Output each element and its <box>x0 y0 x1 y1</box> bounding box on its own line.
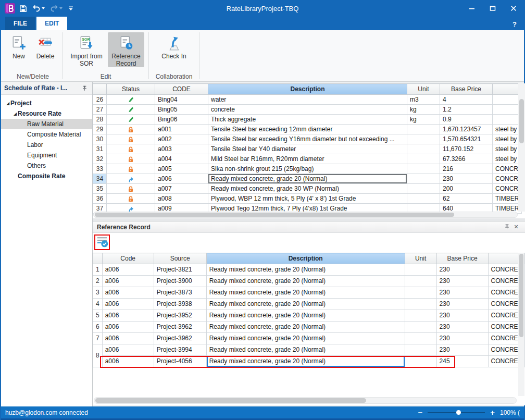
code-cell[interactable]: a006 <box>102 344 154 356</box>
sidebar-item-labor[interactable]: Labor <box>1 140 92 150</box>
zoom-slider-thumb[interactable] <box>456 410 461 415</box>
column-header-description[interactable]: Description <box>206 253 405 264</box>
row-number[interactable]: 7 <box>93 333 103 344</box>
sidebar-item-resource-rate[interactable]: ◢Resource Rate <box>1 108 92 119</box>
sidebar-item-raw-material[interactable]: Raw Material <box>1 119 92 129</box>
price-cell[interactable]: 62 <box>440 194 493 204</box>
column-header-unit[interactable]: Unit <box>405 253 436 264</box>
row-number[interactable]: 27 <box>93 105 107 115</box>
extra-cell[interactable]: CONCR <box>493 184 522 194</box>
source-cell[interactable]: Project-3900 <box>154 276 206 287</box>
unit-cell[interactable] <box>405 310 436 322</box>
row-number[interactable]: 3 <box>93 287 103 299</box>
table-row[interactable]: 6a006Project-3962Ready mixed concrete, g… <box>93 322 525 333</box>
status-cell[interactable] <box>107 115 155 125</box>
description-cell[interactable]: Plywood, WBP 12 mm thick, 5 Ply (4' x 8'… <box>208 194 407 204</box>
delete-button[interactable]: Delete <box>32 32 58 67</box>
description-cell[interactable]: Thick aggregate <box>208 115 407 125</box>
description-cell[interactable]: Ready mixed concrete, grade 20 (Normal) <box>206 322 405 333</box>
price-cell[interactable]: 200 <box>440 184 493 194</box>
column-header-blank[interactable] <box>493 84 522 95</box>
table-row[interactable]: 4a006Project-3938Ready mixed concrete, g… <box>93 299 525 310</box>
description-cell[interactable]: Tensile Steel bar exceeding Y16mm diamet… <box>208 134 407 144</box>
unit-cell[interactable] <box>407 144 440 154</box>
extra-cell[interactable]: steel by <box>493 144 522 154</box>
status-cell[interactable] <box>107 144 155 154</box>
main-table-horizontal-scrollbar[interactable] <box>93 212 518 218</box>
table-row[interactable]: 27Bing05concretekg1.2 <box>93 105 522 115</box>
column-header-code[interactable]: CODE <box>155 84 208 95</box>
row-number[interactable]: 26 <box>93 95 107 105</box>
row-number[interactable]: 1 <box>93 264 103 276</box>
row-number[interactable]: 34 <box>93 174 107 184</box>
sidebar-item-others[interactable]: Others <box>1 160 92 171</box>
reference-table-vertical-scrollbar[interactable] <box>518 253 524 396</box>
extra-cell[interactable] <box>493 115 522 125</box>
extra-cell[interactable]: TIMBER <box>493 194 522 204</box>
table-row[interactable]: 2a006Project-3900Ready mixed concrete, g… <box>93 276 525 287</box>
column-header-blank[interactable] <box>93 84 107 95</box>
price-cell[interactable]: 216 <box>440 164 493 174</box>
maximize-button[interactable] <box>482 2 503 15</box>
description-cell[interactable]: Mild Steel bar R16mm, R20mm diameter <box>208 154 407 164</box>
description-cell[interactable]: Ready mixed concrete, grade 20 (Normal) <box>206 299 405 310</box>
unit-cell[interactable]: kg <box>407 115 440 125</box>
table-row[interactable]: 8a006Project-3994Ready mixed concrete, g… <box>93 344 525 356</box>
table-row[interactable]: 34a006Ready mixed concrete, grade 20 (No… <box>93 174 522 184</box>
row-number[interactable]: 30 <box>93 134 107 144</box>
source-cell[interactable]: Project-3821 <box>154 264 206 276</box>
row-number[interactable]: 28 <box>93 115 107 125</box>
source-cell[interactable]: Project-3952 <box>154 310 206 322</box>
reference-record-button[interactable]: Reference Record <box>108 32 144 67</box>
unit-cell[interactable] <box>407 134 440 144</box>
row-number[interactable]: 35 <box>93 184 107 194</box>
code-cell[interactable]: a006 <box>102 356 154 367</box>
row-number[interactable]: 5 <box>93 310 103 322</box>
import-from-sor-button[interactable]: SOR Import from SOR <box>67 32 106 67</box>
redo-dropdown-icon[interactable] <box>59 7 63 9</box>
help-button[interactable]: ? <box>512 20 517 28</box>
sidebar-item-equipment[interactable]: Equipment <box>1 150 92 160</box>
table-row[interactable]: 3a006Project-3873Ready mixed concrete, g… <box>93 287 525 299</box>
reference-table-horizontal-scrollbar[interactable] <box>94 397 517 404</box>
unit-cell[interactable] <box>405 344 436 356</box>
price-cell[interactable]: 230 <box>436 333 488 344</box>
extra-cell[interactable]: CONCR <box>493 174 522 184</box>
description-cell[interactable]: concrete <box>208 105 407 115</box>
column-header-code[interactable]: Code <box>102 253 154 264</box>
close-button[interactable] <box>503 2 524 15</box>
undo-icon[interactable] <box>31 2 46 15</box>
column-header-source[interactable]: Source <box>154 253 206 264</box>
row-number[interactable]: 31 <box>93 144 107 154</box>
code-cell[interactable]: Bing05 <box>155 105 208 115</box>
column-header-description[interactable]: Description <box>208 84 407 95</box>
description-cell[interactable]: Ready mixed concrete, grade 20 (Normal) <box>206 333 405 344</box>
extra-cell[interactable]: steel by <box>493 125 522 134</box>
code-cell[interactable]: a006 <box>102 322 154 333</box>
unit-cell[interactable] <box>407 174 440 184</box>
unit-cell[interactable] <box>405 264 436 276</box>
row-number[interactable]: 36 <box>93 194 107 204</box>
price-cell[interactable]: 230 <box>436 344 488 356</box>
unit-cell[interactable] <box>405 276 436 287</box>
unit-cell[interactable] <box>407 125 440 134</box>
description-cell[interactable]: Tensile Steel bar exceeding 12mm diamete… <box>208 125 407 134</box>
table-row[interactable]: 1a006Project-3821Ready mixed concrete, g… <box>93 264 525 276</box>
source-cell[interactable]: Project-3873 <box>154 287 206 299</box>
unit-cell[interactable] <box>407 194 440 204</box>
extra-cell[interactable]: steel by <box>493 154 522 164</box>
price-cell[interactable]: 0.9 <box>440 115 493 125</box>
expand-arrow-icon[interactable]: ◢ <box>12 112 18 116</box>
description-cell[interactable]: Sika non-shrink grout 215 (25kg/bag) <box>208 164 407 174</box>
table-row[interactable]: 32a004Mild Steel bar R16mm, R20mm diamet… <box>93 154 522 164</box>
row-number[interactable]: 6 <box>93 322 103 333</box>
description-cell[interactable]: Ready mixed concrete, grade 20 (Normal) <box>208 174 407 184</box>
code-cell[interactable]: a003 <box>155 144 208 154</box>
status-cell[interactable] <box>107 194 155 204</box>
sidebar-item-project[interactable]: ◢Project <box>1 98 92 108</box>
zoom-slider[interactable] <box>428 410 485 416</box>
table-row[interactable]: a006Project-4056Ready mixed concrete, gr… <box>93 356 525 367</box>
price-cell[interactable]: 230 <box>436 264 488 276</box>
table-row[interactable]: 36a008Plywood, WBP 12 mm thick, 5 Ply (4… <box>93 194 522 204</box>
unit-cell[interactable] <box>405 322 436 333</box>
